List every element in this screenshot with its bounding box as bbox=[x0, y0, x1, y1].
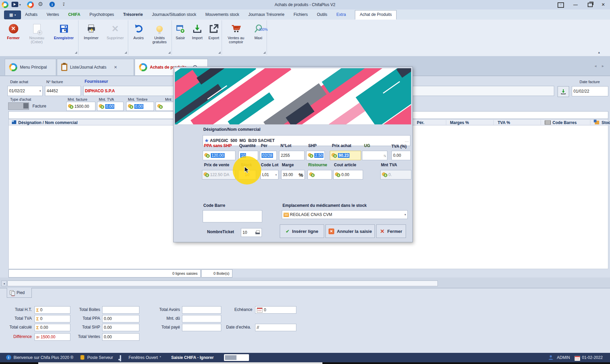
product-name-field[interactable]: ★ ASPEGIC 500 MG B/20 SACHET … bbox=[203, 135, 410, 146]
cout-article-field[interactable]: 0.00 bbox=[333, 170, 363, 179]
chevron-down-icon[interactable]: ▾ bbox=[39, 89, 41, 93]
col-code-barres[interactable]: Code Barres bbox=[552, 120, 577, 125]
tab-scroll-left-icon[interactable]: ◂ bbox=[594, 64, 596, 68]
n-facture-field[interactable]: 44452 bbox=[45, 86, 81, 96]
dock-window-button[interactable]: ↑ bbox=[558, 2, 564, 8]
export-button[interactable]: Export bbox=[206, 20, 222, 55]
date-echea-field[interactable]: // bbox=[255, 324, 296, 331]
tva-field[interactable]: 0.00 bbox=[391, 151, 411, 160]
marge-field[interactable]: 33.00 % bbox=[281, 170, 305, 179]
date-facture-field[interactable]: 01/02/22 bbox=[572, 86, 608, 96]
total-calcule-field[interactable]: Σ 0.00 bbox=[35, 324, 70, 331]
nlot-field[interactable]: 2255 bbox=[279, 151, 304, 160]
status-info-icon: i bbox=[6, 355, 11, 360]
mnt-facture-field[interactable]: 1500.00 bbox=[66, 102, 95, 111]
inserer-ligne-button[interactable]: ✔ Insérer ligne bbox=[280, 224, 324, 238]
ppa-field[interactable]: 120.00 bbox=[203, 151, 235, 160]
close-button[interactable]: ✕ bbox=[600, 1, 607, 8]
saisir-button[interactable]: Saisir bbox=[172, 20, 188, 55]
total-shp-field[interactable]: 0.00 bbox=[102, 324, 139, 331]
menu-journaux-situation-stock[interactable]: Journaux/Situation stock bbox=[152, 12, 196, 17]
status-fenetres-ouvert[interactable]: Fenêtres Ouvert bbox=[129, 355, 158, 360]
code-barre-field[interactable] bbox=[203, 210, 262, 222]
difference-field[interactable]: ±≡ 1500.00 bbox=[35, 333, 70, 341]
ventes-comptoir-button[interactable]: Ventes au comptoir bbox=[223, 20, 250, 55]
menu-chifa[interactable]: CHIFA bbox=[68, 12, 80, 17]
total-ventes-field[interactable]: 0.00 bbox=[102, 333, 139, 341]
nombre-ticket-field[interactable]: 10 bbox=[241, 228, 262, 237]
tab-menu-principal[interactable]: Menu Principal bbox=[5, 59, 56, 75]
scrollbar-thumb[interactable] bbox=[7, 281, 438, 286]
tab-close-icon[interactable]: ✕ bbox=[114, 65, 117, 70]
menu-fichiers[interactable]: Fichiers bbox=[294, 12, 308, 17]
avoirs-button[interactable]: Avoirs bbox=[130, 20, 148, 55]
dialog-fermer-button[interactable]: ✕ Fermer bbox=[376, 224, 406, 238]
code-lot-field[interactable]: L01 ▾ bbox=[261, 170, 278, 179]
emplacement-dropdown[interactable]: REGLAGE CNAS CVM ▾ bbox=[282, 210, 408, 219]
total-ppa-field[interactable]: 0.00 bbox=[102, 315, 139, 322]
scroll-left-button[interactable]: ◂ bbox=[1, 281, 7, 286]
menu-extra[interactable]: Extra bbox=[336, 12, 346, 17]
lignes-saisies-value: 0 lignes saisies bbox=[172, 271, 198, 275]
chevron-down-icon[interactable]: ▾ bbox=[404, 213, 406, 216]
menu-journaux-tresorerie[interactable]: Journaux Trésorerie bbox=[248, 12, 285, 17]
menu-tresorerie[interactable]: Trésorerie bbox=[123, 12, 143, 17]
type-achat-toggle[interactable] bbox=[8, 102, 29, 110]
app-menu-button[interactable]: ▦ ▾ bbox=[4, 10, 21, 19]
col-stock[interactable]: Stock bbox=[602, 120, 610, 125]
col-per[interactable]: Pér. bbox=[417, 120, 424, 125]
maxi-button[interactable]: 100% Maxi bbox=[250, 20, 267, 55]
chevron-down-icon[interactable]: ▾ bbox=[160, 355, 161, 358]
ribbon-collapse-icon[interactable]: ▴ bbox=[598, 50, 600, 54]
mnt-timbre-field[interactable]: 0.00 bbox=[126, 102, 154, 111]
ug-field[interactable]: ↑↓ bbox=[362, 151, 387, 160]
col-designation[interactable]: Désignation / Nom commercial bbox=[18, 120, 77, 125]
coin-icon bbox=[204, 153, 210, 158]
mnt-du-field[interactable] bbox=[182, 315, 221, 322]
echeance-field[interactable]: 0 bbox=[255, 306, 296, 314]
menu-mouvements-stock[interactable]: Mouvements stock bbox=[205, 12, 239, 17]
minimize-button[interactable]: — bbox=[572, 1, 579, 8]
tab-scroll-right-icon[interactable]: ▸ bbox=[602, 64, 604, 68]
status-poste-serveur[interactable]: Poste Serveur bbox=[87, 355, 113, 360]
imprimer-button[interactable]: Imprimer bbox=[80, 20, 103, 55]
menu-psychotropes[interactable]: Psychotropes bbox=[89, 12, 114, 17]
ristourne-field[interactable] bbox=[308, 170, 332, 179]
menu-achat-de-produits[interactable]: Achat de Produits bbox=[355, 10, 397, 20]
saisie-chifa-toggle[interactable] bbox=[224, 354, 249, 361]
total-ht-field[interactable]: Σ 0 bbox=[35, 306, 70, 314]
ventes-comptoir-label: Ventes au comptoir bbox=[224, 36, 248, 44]
per-field[interactable]: 02/28 bbox=[260, 151, 277, 160]
chifa-logo-icon bbox=[9, 63, 17, 71]
total-boites-field[interactable] bbox=[102, 306, 139, 314]
prix-achat-field[interactable]: 90.23 bbox=[330, 151, 361, 160]
menu-outils[interactable]: Outils bbox=[317, 12, 327, 17]
shp-field[interactable]: 2.50 bbox=[306, 151, 325, 160]
pied-tab[interactable]: Pied bbox=[7, 288, 32, 298]
mnt-tva-field[interactable]: 0.00 bbox=[97, 102, 123, 111]
menu-achats[interactable]: Achats bbox=[25, 12, 38, 17]
annuler-saisie-button[interactable]: ✕ Annuler la saisie bbox=[325, 224, 375, 238]
fermer-button[interactable]: ✕ Fermer bbox=[3, 20, 24, 55]
menu-ventes[interactable]: Ventes bbox=[47, 12, 59, 17]
import-button[interactable]: Import bbox=[189, 20, 205, 55]
total-avoirs-field[interactable] bbox=[182, 306, 221, 314]
unites-gratuites-button[interactable]: Unités gratuites bbox=[149, 20, 171, 55]
tab-liste-journal-achats[interactable]: Liste/Journal Achats ✕ bbox=[57, 59, 134, 75]
download-facture-button[interactable] bbox=[558, 86, 569, 97]
total-tva-field[interactable]: Σ 0 bbox=[35, 315, 70, 322]
col-tva[interactable]: TVA % bbox=[498, 120, 510, 125]
date-achat-field[interactable]: 01/02/22 ▾ bbox=[7, 86, 43, 96]
mnt-facture-value: 1500.00 bbox=[74, 104, 89, 109]
product-browse-icon[interactable]: … bbox=[405, 138, 409, 143]
spinner-updown-icon[interactable]: ↑↓ bbox=[383, 153, 386, 157]
total-paye-field[interactable] bbox=[182, 324, 221, 331]
total-boites-label: Total Boites bbox=[70, 307, 100, 312]
mnt-extra-field[interactable] bbox=[156, 102, 176, 111]
restore-button[interactable] bbox=[588, 3, 593, 7]
windows-open-icon bbox=[120, 355, 121, 361]
col-marges[interactable]: Marges % bbox=[450, 120, 469, 125]
user-icon bbox=[548, 355, 553, 361]
chevron-down-icon[interactable]: ▾ bbox=[275, 173, 277, 176]
enregistrer-button[interactable]: Enregistrer bbox=[50, 20, 78, 55]
